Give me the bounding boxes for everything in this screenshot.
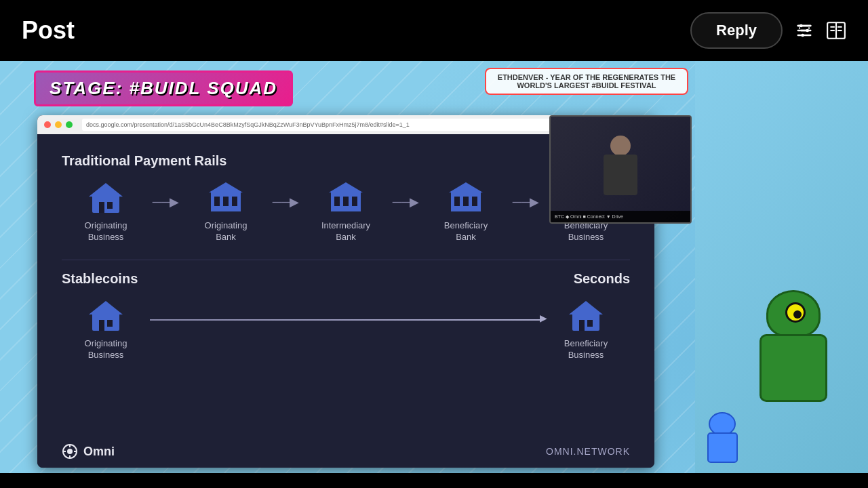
header: Post Reply [0,0,868,61]
svg-rect-31 [331,209,361,211]
bank-icon-3 [448,181,484,215]
svg-rect-25 [211,209,241,211]
label-beneficiary-business: BeneficiaryBusiness [564,220,608,243]
svg-rect-29 [343,197,349,206]
svg-rect-42 [92,313,119,331]
store-icon-1 [88,181,123,215]
svg-rect-19 [107,202,113,209]
label-stable-beneficiary: BeneficiaryBusiness [564,338,608,361]
svg-rect-34 [454,197,460,206]
omni-brand: Omni [62,443,115,460]
content-area: STAGE: #BUIDL SQUAD ETHDENVER - YEAR OF … [0,61,868,473]
browser-close[interactable] [44,121,51,128]
svg-point-5 [800,24,803,28]
right-panel [695,61,868,473]
video-person [551,117,690,222]
svg-rect-18 [99,202,104,213]
browser-minimize[interactable] [55,121,62,128]
svg-marker-47 [569,301,603,314]
reply-button[interactable]: Reply [690,12,783,49]
svg-rect-30 [352,197,357,206]
label-stable-originating: OriginatingBusiness [85,338,127,361]
slide-footer: Omni OMNI.NETWORK [62,443,630,460]
page-title: Post [22,16,75,45]
traditional-section: Traditional Payment Rails ~6 Days [62,153,630,243]
svg-rect-45 [107,320,113,327]
store-icon-stable-left [88,299,123,333]
stablecoins-header: Stablecoins Seconds [62,271,630,287]
robot-head [766,290,821,338]
eth-badge: ETHDENVER - YEAR OF THE REGENERATES THE … [485,68,688,95]
arrow-1: ──▶ [143,195,189,230]
filter-icon-button[interactable] [795,21,814,40]
svg-marker-33 [449,182,483,192]
label-originating-bank: OriginatingBank [205,220,248,243]
omni-logo-icon [62,443,78,460]
flow-node-originating-bank: OriginatingBank [189,181,263,243]
svg-rect-46 [572,313,599,331]
store-icon-stable-right [568,299,604,333]
svg-rect-23 [223,197,229,206]
svg-marker-21 [209,182,243,192]
stablecoins-time: Seconds [574,271,630,287]
flow-node-originating-business: OriginatingBusiness [68,181,143,243]
arrow-2: ──▶ [263,195,309,230]
svg-marker-43 [89,301,123,314]
blue-body [707,432,738,463]
svg-rect-44 [99,320,104,331]
svg-marker-17 [89,183,123,197]
svg-rect-49 [587,320,593,327]
bank-icon-1 [208,181,243,215]
svg-rect-28 [334,197,340,206]
stage-banner: STAGE: #BUIDL SQUAD [34,70,293,106]
svg-rect-22 [214,197,220,206]
robot-body [760,334,827,402]
svg-rect-16 [92,195,119,213]
label-beneficiary-bank: BeneficiaryBank [444,220,488,243]
bank-icon-2 [328,181,363,215]
section-divider [62,260,630,260]
stable-originating-business: OriginatingBusiness [68,299,143,361]
video-info-bar: BTC ◆ Omni ■ Connect ▼ Drive [551,211,690,222]
eth-badge-text: ETHDENVER - YEAR OF THE REGENERATES THE … [498,73,675,89]
traditional-flow: OriginatingBusiness ──▶ [62,181,630,243]
flow-node-intermediary-bank: IntermediaryBank [309,181,383,243]
svg-rect-36 [472,197,477,206]
arrow-4: ──▶ [503,195,549,230]
stablecoins-flow: OriginatingBusiness Beneficia [62,299,630,361]
svg-marker-27 [329,182,363,192]
svg-rect-48 [579,320,585,331]
traditional-header: Traditional Payment Rails ~6 Days [62,153,630,169]
label-intermediary-bank: IntermediaryBank [321,220,370,243]
robot-eye-pupil [793,310,802,319]
blue-character [702,412,743,466]
person-body [604,155,637,195]
stablecoins-title: Stablecoins [62,271,138,287]
header-actions: Reply [690,12,846,49]
omni-network-label: OMNI.NETWORK [546,446,630,457]
video-info-text: BTC ◆ Omni ■ Connect ▼ Drive [555,214,623,219]
person-head [610,136,631,156]
browser-maximize[interactable] [66,121,73,128]
svg-rect-37 [451,209,481,211]
robot-eye [785,302,806,323]
svg-point-7 [806,29,809,33]
person-silhouette [600,136,641,203]
stable-beneficiary-business: BeneficiaryBusiness [549,299,623,361]
flow-node-beneficiary-bank: BeneficiaryBank [429,181,503,243]
svg-rect-35 [463,197,469,206]
svg-point-9 [801,34,804,37]
label-originating-business: OriginatingBusiness [85,220,127,243]
omni-brand-text: Omni [83,445,115,459]
stablecoins-section: Stablecoins Seconds [62,271,630,361]
browser-url-text: docs.google.com/presentation/d/1aS5bGcUn… [86,121,410,128]
svg-point-51 [67,449,73,454]
arrow-3: ──▶ [383,195,429,230]
svg-rect-24 [232,197,237,206]
book-icon-button[interactable] [826,21,846,40]
stage-text: STAGE: #BUIDL SQUAD [34,70,293,106]
traditional-title: Traditional Payment Rails [62,153,226,169]
video-overlay[interactable]: BTC ◆ Omni ■ Connect ▼ Drive [549,115,692,224]
stable-arrow [150,319,542,321]
